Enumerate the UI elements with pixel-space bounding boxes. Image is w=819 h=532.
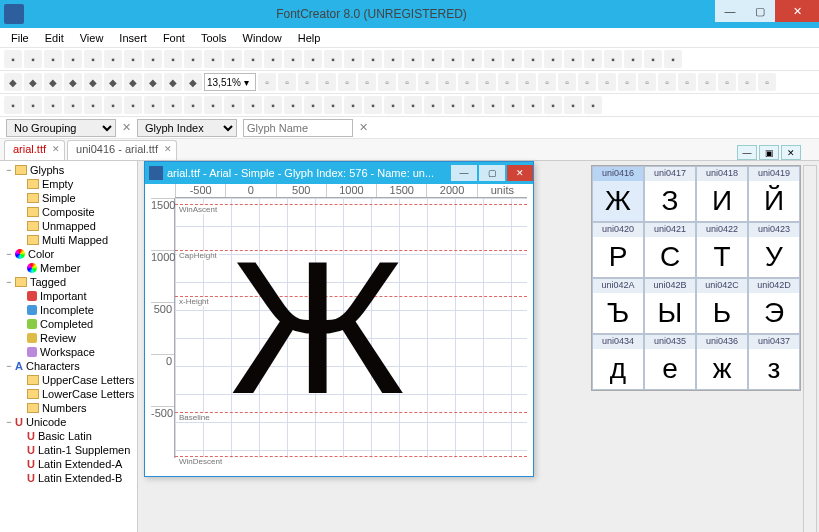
toolbar-button[interactable]: ◆	[184, 73, 202, 91]
glyph-cell[interactable]: uni0419Й	[748, 166, 800, 222]
toolbar-button[interactable]: ▪	[624, 50, 642, 68]
toolbar-button[interactable]: ▪	[104, 96, 122, 114]
toolbar-button[interactable]: ▪	[664, 50, 682, 68]
menu-edit[interactable]: Edit	[38, 30, 71, 46]
toolbar-button[interactable]: ▪	[244, 96, 262, 114]
toolbar-button[interactable]: ◆	[84, 73, 102, 91]
toolbar-button[interactable]: ▪	[584, 50, 602, 68]
glyph-cell[interactable]: uni0418И	[696, 166, 748, 222]
tree-item[interactable]: −Color	[0, 247, 137, 261]
tree-item[interactable]: −ACharacters	[0, 359, 137, 373]
toolbar-button[interactable]: ▪	[164, 96, 182, 114]
menu-view[interactable]: View	[73, 30, 111, 46]
toolbar-button[interactable]: ◆	[4, 73, 22, 91]
tree-item[interactable]: Important	[0, 289, 137, 303]
toolbar-button[interactable]: ▪	[344, 50, 362, 68]
toolbar-button[interactable]: ▫	[438, 73, 456, 91]
toolbar-button[interactable]: ▫	[758, 73, 776, 91]
toolbar-button[interactable]: ▫	[378, 73, 396, 91]
toolbar-button[interactable]: ▫	[518, 73, 536, 91]
glyph-cell[interactable]: uni0437з	[748, 334, 800, 390]
tree-item[interactable]: Simple	[0, 191, 137, 205]
toolbar-button[interactable]: ▪	[104, 50, 122, 68]
glyph-cell[interactable]: uni0417З	[644, 166, 696, 222]
toolbar-button[interactable]: ▪	[324, 50, 342, 68]
toolbar-button[interactable]: ◆	[164, 73, 182, 91]
glyph-cell[interactable]: uni042AЪ	[592, 278, 644, 334]
menu-window[interactable]: Window	[236, 30, 289, 46]
toolbar-button[interactable]: ▪	[4, 50, 22, 68]
tree-item[interactable]: Completed	[0, 317, 137, 331]
toolbar-button[interactable]: ▫	[718, 73, 736, 91]
toolbar-button[interactable]: ▪	[284, 50, 302, 68]
maximize-button[interactable]: ▢	[745, 0, 775, 22]
editor-titlebar[interactable]: arial.ttf - Arial - Simple - Glyph Index…	[145, 162, 533, 184]
toolbar-button[interactable]: ▪	[204, 50, 222, 68]
toolbar-button[interactable]: ▪	[524, 96, 542, 114]
toolbar-button[interactable]: ▪	[224, 96, 242, 114]
tree-item[interactable]: Workspace	[0, 345, 137, 359]
clear-name-icon[interactable]: ✕	[359, 121, 368, 134]
toolbar-button[interactable]: ▪	[604, 50, 622, 68]
toolbar-button[interactable]: ▫	[458, 73, 476, 91]
glyph-cell[interactable]: uni042CЬ	[696, 278, 748, 334]
toolbar-button[interactable]: ▫	[338, 73, 356, 91]
glyph-cell[interactable]: uni0422Т	[696, 222, 748, 278]
toolbar-button[interactable]: ▪	[584, 96, 602, 114]
toolbar-button[interactable]: ▪	[184, 96, 202, 114]
menu-tools[interactable]: Tools	[194, 30, 234, 46]
toolbar-button[interactable]: ▫	[618, 73, 636, 91]
glyph-cell[interactable]: uni042BЫ	[644, 278, 696, 334]
tree-item[interactable]: Incomplete	[0, 303, 137, 317]
toolbar-button[interactable]: ▪	[424, 96, 442, 114]
toolbar-button[interactable]: ▫	[398, 73, 416, 91]
document-tab[interactable]: uni0416 - arial.ttf✕	[67, 140, 177, 160]
toolbar-button[interactable]: ▫	[638, 73, 656, 91]
toolbar-button[interactable]: ▪	[84, 96, 102, 114]
toolbar-button[interactable]: ▪	[204, 96, 222, 114]
toolbar-button[interactable]: ▪	[444, 50, 462, 68]
toolbar-button[interactable]: ▪	[384, 50, 402, 68]
toolbar-button[interactable]: ▪	[644, 50, 662, 68]
toolbar-button[interactable]: ▫	[538, 73, 556, 91]
toolbar-button[interactable]: ◆	[124, 73, 142, 91]
toolbar-button[interactable]: ▪	[404, 50, 422, 68]
menu-font[interactable]: Font	[156, 30, 192, 46]
toolbar-button[interactable]: ▫	[598, 73, 616, 91]
toolbar-button[interactable]: ◆	[104, 73, 122, 91]
menu-help[interactable]: Help	[291, 30, 328, 46]
toolbar-button[interactable]: ▫	[578, 73, 596, 91]
toolbar-button[interactable]: ▪	[364, 96, 382, 114]
toolbar-button[interactable]: ▪	[24, 96, 42, 114]
toolbar-button[interactable]: ▪	[484, 50, 502, 68]
glyph-cell[interactable]: uni0416Ж	[592, 166, 644, 222]
toolbar-button[interactable]: ▪	[144, 96, 162, 114]
toolbar-button[interactable]: ▫	[738, 73, 756, 91]
toolbar-button[interactable]: ▪	[404, 96, 422, 114]
toolbar-button[interactable]: ▪	[304, 50, 322, 68]
toolbar-button[interactable]: ▫	[678, 73, 696, 91]
toolbar-button[interactable]: ▪	[264, 96, 282, 114]
toolbar-button[interactable]: ▪	[464, 96, 482, 114]
toolbar-button[interactable]: ▪	[124, 50, 142, 68]
toolbar-button[interactable]: ▪	[424, 50, 442, 68]
tree-item[interactable]: ULatin Extended-B	[0, 471, 137, 485]
glyph-name-input[interactable]	[243, 119, 353, 137]
toolbar-button[interactable]: ▪	[504, 50, 522, 68]
tab-close-icon[interactable]: ✕	[52, 144, 60, 154]
toolbar-button[interactable]: ▪	[304, 96, 322, 114]
toolbar-button[interactable]: ▪	[444, 96, 462, 114]
document-tab[interactable]: arial.ttf✕	[4, 140, 65, 160]
toolbar-button[interactable]: ▫	[278, 73, 296, 91]
toolbar-button[interactable]: ▪	[64, 96, 82, 114]
toolbar-button[interactable]: ▫	[298, 73, 316, 91]
toolbar-button[interactable]: ▫	[418, 73, 436, 91]
toolbar-button[interactable]: ▪	[504, 96, 522, 114]
mdi-minimize-button[interactable]: —	[737, 145, 757, 160]
toolbar-button[interactable]: ▪	[524, 50, 542, 68]
editor-maximize-button[interactable]: ▢	[479, 165, 505, 181]
toolbar-button[interactable]: ▪	[484, 96, 502, 114]
glyph-cell[interactable]: uni0436ж	[696, 334, 748, 390]
glyph-cell[interactable]: uni0421С	[644, 222, 696, 278]
tree-item[interactable]: Composite	[0, 205, 137, 219]
